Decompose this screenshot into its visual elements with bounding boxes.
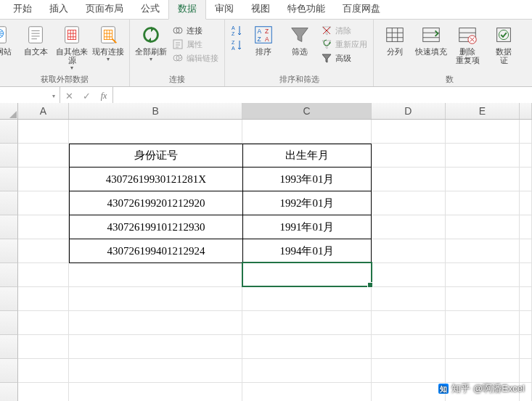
sort-asc-button[interactable]: AZ	[229, 24, 244, 37]
cell-r6-c5[interactable]	[520, 263, 532, 287]
row-header-6[interactable]	[0, 239, 18, 263]
cell-r4-c4[interactable]	[446, 215, 520, 239]
cell-r7-c1[interactable]	[69, 287, 242, 311]
cell-r5-c2[interactable]: 1994年01月	[243, 239, 372, 263]
row-header-12[interactable]	[0, 383, 18, 401]
refresh-all-button[interactable]: 全部刷新▾	[134, 21, 168, 62]
row-header-10[interactable]	[0, 335, 18, 359]
cell-r3-c0[interactable]	[18, 191, 69, 215]
row-header-8[interactable]	[0, 287, 18, 311]
cell-r2-c0[interactable]	[18, 168, 69, 191]
cell-r9-c5[interactable]	[520, 335, 532, 359]
cell-r5-c5[interactable]	[520, 239, 532, 263]
col-header-E[interactable]: E	[446, 103, 520, 119]
data-tool-1[interactable]: 快速填充	[414, 21, 448, 56]
cell-r9-c1[interactable]	[69, 335, 242, 359]
cell-r2-c1[interactable]: 43072619930121281X	[69, 168, 243, 191]
cell-r5-c4[interactable]	[446, 239, 520, 263]
cell-r8-c3[interactable]	[372, 311, 446, 335]
cell-r8-c1[interactable]	[69, 311, 242, 335]
cell-r0-c5[interactable]	[520, 120, 532, 144]
cell-r2-c3[interactable]	[372, 168, 446, 191]
ext-data-btn-3[interactable]: 现有连接▾	[91, 21, 125, 62]
cell-r0-c1[interactable]	[69, 120, 242, 144]
cell-r10-c4[interactable]	[446, 359, 520, 383]
formula-input[interactable]	[113, 87, 532, 104]
cell-r6-c2[interactable]	[242, 263, 372, 287]
cell-r10-c0[interactable]	[18, 359, 69, 383]
cell-r11-c1[interactable]	[69, 383, 242, 401]
cell-r0-c2[interactable]	[242, 120, 372, 144]
row-header-9[interactable]	[0, 311, 18, 335]
cell-r9-c0[interactable]	[18, 335, 69, 359]
cell-r10-c5[interactable]	[520, 359, 532, 383]
ext-data-btn-2[interactable]: 自其他来源▾	[55, 21, 89, 71]
row-header-5[interactable]	[0, 215, 18, 239]
tab-6[interactable]: 视图	[242, 0, 279, 19]
row-header-7[interactable]	[0, 263, 18, 287]
cell-r7-c3[interactable]	[372, 287, 446, 311]
data-tool-0[interactable]: 分列	[378, 21, 412, 56]
col-header-A[interactable]: A	[18, 103, 69, 119]
cell-r6-c1[interactable]	[69, 263, 242, 287]
tab-4[interactable]: 数据	[168, 0, 206, 20]
cell-r8-c0[interactable]	[18, 311, 69, 335]
tab-7[interactable]: 特色功能	[279, 0, 334, 19]
cell-r3-c4[interactable]	[446, 191, 520, 215]
confirm-icon[interactable]: ✓	[78, 91, 95, 102]
cell-r3-c1[interactable]: 430726199201212920	[69, 191, 243, 215]
cell-r5-c0[interactable]	[18, 239, 69, 263]
cell-r1-c0[interactable]	[18, 144, 69, 168]
cell-r6-c0[interactable]	[18, 263, 69, 287]
cell-r10-c3[interactable]	[372, 359, 446, 383]
cell-r8-c5[interactable]	[520, 311, 532, 335]
cell-r4-c2[interactable]: 1991年01月	[243, 215, 372, 239]
cell-r3-c2[interactable]: 1992年01月	[243, 191, 372, 215]
filter-button[interactable]: 筛选	[283, 21, 316, 56]
cell-r5-c1[interactable]: 430726199401212924	[69, 239, 243, 263]
cell-r1-c3[interactable]	[372, 144, 446, 168]
cell-r7-c2[interactable]	[242, 287, 372, 311]
cell-r2-c5[interactable]	[520, 168, 532, 191]
name-box[interactable]: ▾	[0, 87, 60, 104]
tab-3[interactable]: 公式	[132, 0, 168, 19]
tab-8[interactable]: 百度网盘	[334, 0, 389, 19]
col-header-D[interactable]: D	[372, 103, 446, 119]
cell-r6-c4[interactable]	[446, 263, 520, 287]
cell-r11-c0[interactable]	[18, 383, 69, 401]
tab-0[interactable]: 开始	[4, 0, 41, 19]
cell-r7-c4[interactable]	[446, 287, 520, 311]
cell-r4-c3[interactable]	[372, 215, 446, 239]
cell-r6-c3[interactable]	[372, 263, 446, 287]
row-header-11[interactable]	[0, 359, 18, 383]
ext-data-btn-0[interactable]: 自网站	[0, 21, 16, 56]
cell-r7-c5[interactable]	[520, 287, 532, 311]
cell-r3-c5[interactable]	[520, 191, 532, 215]
ext-data-btn-1[interactable]: 自文本	[19, 21, 52, 56]
row-header-4[interactable]	[0, 191, 18, 215]
row-header-3[interactable]	[0, 168, 18, 191]
cell-r1-c4[interactable]	[446, 144, 520, 168]
cell-r5-c3[interactable]	[372, 239, 446, 263]
col-header-extra[interactable]	[520, 103, 532, 119]
row-header-2[interactable]	[0, 144, 18, 168]
cell-r9-c4[interactable]	[446, 335, 520, 359]
cell-r1-c5[interactable]	[520, 144, 532, 168]
col-header-C[interactable]: C	[242, 103, 372, 119]
sort-button[interactable]: AZZA 排序	[247, 21, 280, 56]
cell-r2-c4[interactable]	[446, 168, 520, 191]
filter-adv-2[interactable]: 高级	[319, 51, 369, 65]
cell-r11-c2[interactable]	[242, 383, 372, 401]
data-tool-3[interactable]: 数据证	[487, 21, 520, 65]
cell-r9-c3[interactable]	[372, 335, 446, 359]
cell-r10-c1[interactable]	[69, 359, 242, 383]
cell-r9-c2[interactable]	[242, 335, 372, 359]
cell-r8-c4[interactable]	[446, 311, 520, 335]
sort-desc-button[interactable]: ZA	[229, 38, 244, 51]
cell-r10-c2[interactable]	[242, 359, 372, 383]
row-header-1[interactable]	[0, 120, 18, 144]
cell-r1-c1[interactable]: 身份证号	[69, 144, 243, 168]
select-all-corner[interactable]	[0, 103, 18, 119]
data-tool-2[interactable]: 删除重复项	[451, 21, 484, 65]
cell-r1-c2[interactable]: 出生年月	[243, 144, 372, 168]
